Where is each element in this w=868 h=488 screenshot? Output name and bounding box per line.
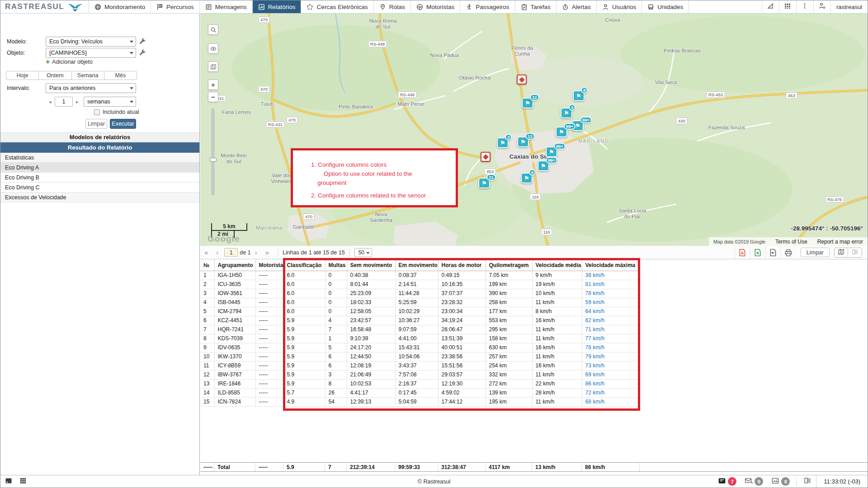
interval-unit-select[interactable]: semanas [84,97,136,107]
interval-select[interactable]: Para os anteriores [46,83,136,93]
zoom-slider[interactable] [212,108,214,195]
zoom-in-button[interactable]: + [208,80,218,90]
vehicle-cluster-marker[interactable]: ⚑8 [573,90,585,101]
max-speed-link[interactable]: 62 km/h [582,316,640,325]
vehicle-cluster-marker[interactable]: ⚑21 [478,178,490,188]
max-speed-link[interactable]: 77 km/h [582,334,640,343]
terms-of-use-link[interactable]: Terms of Use [775,239,807,245]
table-row[interactable]: 15ICN-7824-----4.95412:39:135:04:5917:44… [200,397,640,406]
interval-count-increment[interactable]: ▸ [76,99,79,105]
table-row[interactable]: 9IDV-0635-----5.9524:17:2015:43:3140:00:… [200,343,640,352]
messages-count-badge[interactable]: 0 [755,477,763,486]
column-header[interactable]: Quilometragem [486,260,532,271]
report-result-item[interactable]: Excessos de Velocidade [0,192,199,202]
period-button-ontem[interactable]: Ontem [39,71,71,80]
apps-grid-icon[interactable] [19,477,27,486]
split-view-toggle[interactable] [848,248,862,257]
max-speed-link[interactable]: 72 km/h [582,388,640,397]
period-button-mês[interactable]: Mês [104,71,137,80]
column-header[interactable]: Velocidade máxima [582,260,640,271]
report-result-item[interactable]: Eco Driving B [0,173,199,183]
report-result-item[interactable]: Eco Driving A [0,163,199,173]
vehicle-cluster-marker[interactable]: ⚑12 [522,98,533,108]
nav-tool-apps[interactable] [779,0,796,13]
nav-item-monitoramento[interactable]: Monitoramento [89,0,151,13]
table-row[interactable]: 1IGA-1H50-----6.000:40:380:08:370:49:157… [200,271,640,280]
print-icon[interactable] [781,246,796,259]
next-page-button[interactable]: › [251,249,261,256]
model-settings-wrench-icon[interactable] [139,38,147,46]
max-speed-link[interactable]: 38 km/h [582,271,640,280]
nav-tool-more[interactable] [796,0,813,13]
last-page-button[interactable]: » [261,249,273,256]
max-speed-link[interactable]: 73 km/h [582,361,640,370]
report-result-item[interactable]: Eco Driving C [0,183,199,192]
page-size-select[interactable]: 50 [354,248,372,257]
table-clear-button[interactable]: Limpar [801,248,830,257]
column-header[interactable]: Classificação [283,260,325,271]
table-row[interactable]: 2ICU-3635-----6.008:01:442:14:5110:16:35… [200,280,640,289]
nav-item-motoristas[interactable]: Motoristas [411,0,460,13]
vehicle-cluster-marker[interactable]: ⚑99+ [556,127,567,137]
column-header[interactable]: Velocidade média [532,260,582,271]
model-select[interactable]: Eco Driving: Veículos [46,37,136,47]
report-templates-header[interactable]: Modelos de relatórios [0,132,199,142]
nav-item-mensagens[interactable]: Mensagens [200,0,253,13]
table-row[interactable]: 3IOW-3561-----6.0025:23:0911:44:2837:07:… [200,289,640,298]
map-view-toggle[interactable] [835,248,848,257]
max-speed-link[interactable]: 79 km/h [582,352,640,361]
table-row[interactable]: 4ISB-0445-----6.0018:02:335:25:5923:28:3… [200,298,640,307]
images-icon[interactable] [771,477,779,487]
max-speed-link[interactable]: 59 km/h [582,298,640,307]
messages-icon[interactable] [745,477,753,487]
alert-marker[interactable] [517,75,527,84]
table-row[interactable]: 13IRE-1846-----5.9810:02:532:16:3712:19:… [200,379,640,388]
vehicle-cluster-marker[interactable]: ⚑13 [517,136,529,147]
prev-page-button[interactable]: ‹ [212,249,222,256]
nav-item-unidades[interactable]: Unidades [642,0,689,13]
table-row[interactable]: 10IKW-1370-----5.9612:44:5010:54:0623:38… [200,352,640,361]
max-speed-link[interactable]: 68 km/h [582,397,640,406]
table-row[interactable]: 11ICY-8B59-----5.9612:08:193:43:3715:51:… [200,361,640,370]
nav-item-passageiros[interactable]: Passageiros [460,0,515,13]
bottom-panel-toggle[interactable] [799,477,816,486]
column-header[interactable]: Em movimento [395,260,438,271]
map-layers-button[interactable] [208,61,218,72]
interval-count-decrement[interactable]: ◂ [49,99,52,105]
zoom-out-button[interactable]: − [208,92,218,102]
nav-tool-notifications[interactable] [813,0,830,13]
period-button-semana[interactable]: Semana [72,71,104,80]
column-header[interactable]: Agrupamento [214,260,255,271]
table-row[interactable]: 5ICM-2794-----6.0012:58:0510:02:2923:00:… [200,307,640,316]
interval-count-input[interactable]: 1 [55,97,73,107]
report-result-item[interactable]: Estatísticas [0,153,199,163]
export-excel-icon[interactable]: X [750,246,765,259]
max-speed-link[interactable]: 69 km/h [582,370,640,379]
window-icon[interactable] [5,477,12,486]
vehicle-cluster-marker[interactable]: ⚑99+ [546,146,557,157]
max-speed-link[interactable]: 71 km/h [582,325,640,334]
export-pdf-icon[interactable]: A [735,246,750,259]
zoom-slider-handle[interactable] [210,158,217,162]
table-row[interactable]: 8KDS-7039-----5.919:10:394:41:0013:51:39… [200,334,640,343]
column-header[interactable]: Motorista [255,260,283,271]
nav-tool-measure[interactable] [762,0,779,13]
max-speed-link[interactable]: 78 km/h [582,289,640,298]
nav-item-rotas[interactable]: Rotas [374,0,411,13]
map-panel[interactable]: Nova Romado SulCriúvaNova PáduaFlores da… [200,14,868,246]
max-speed-link[interactable]: 64 km/h [582,307,640,316]
table-row[interactable]: 7HQR-7241-----5.9716:58:489:07:5926:06:4… [200,325,640,334]
nav-item-relatorios[interactable]: Relatórios [253,0,302,13]
alert-marker[interactable] [481,152,491,162]
table-row[interactable]: 14ILD-8585-----5.7264:41:170:17:454:59:0… [200,388,640,397]
alerts-count-badge[interactable]: 7 [728,477,736,486]
add-object-button[interactable]: + Adicionar objeto [46,59,93,65]
object-select[interactable]: [CAMINHOES] [46,48,136,58]
nav-item-percursos[interactable]: Percursos [151,0,200,13]
table-row[interactable]: 6KCZ-4451-----5.9423:42:5710:36:2734:19:… [200,316,640,325]
max-speed-link[interactable]: 78 km/h [582,343,640,352]
sidebar-clear-button[interactable]: Limpar [85,119,107,129]
object-settings-wrench-icon[interactable] [139,49,147,57]
column-header[interactable]: Multas [325,260,347,271]
map-visibility-button[interactable] [208,43,218,54]
